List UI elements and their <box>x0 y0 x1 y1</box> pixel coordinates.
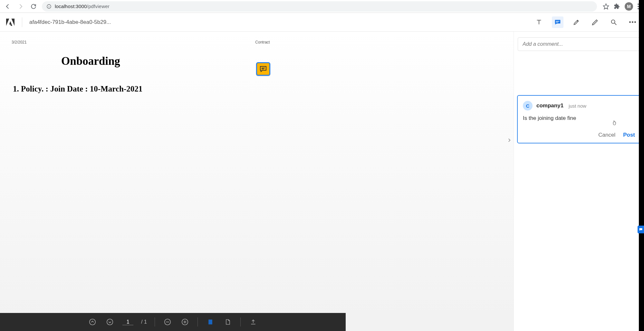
svg-rect-8 <box>556 22 558 22</box>
comment-card[interactable]: C company1 just now Is the joining date … <box>517 95 641 143</box>
text-tool-icon[interactable] <box>533 16 545 28</box>
draw-tool-icon[interactable] <box>589 16 601 28</box>
zoom-out-icon[interactable] <box>163 317 172 327</box>
svg-point-14 <box>107 319 113 325</box>
page-total-label: / 1 <box>141 319 147 325</box>
svg-point-13 <box>90 319 95 325</box>
pdf-toolbar: afa4fdec-791b-4abe-8ea0-5b29... <box>0 13 644 32</box>
document-pane: 3/2/2021 Contract Onboarding 1. Policy. … <box>0 32 514 331</box>
upload-icon[interactable] <box>248 317 258 327</box>
post-button[interactable]: Post <box>623 132 635 138</box>
search-icon[interactable] <box>608 16 620 28</box>
adobe-logo-icon <box>6 18 15 27</box>
svg-point-9 <box>611 20 615 23</box>
extensions-icon[interactable] <box>614 3 620 10</box>
site-info-icon[interactable] <box>46 4 52 9</box>
document-header-date: 3/2/2021 <box>12 40 27 44</box>
page-up-icon[interactable] <box>88 317 97 327</box>
divider <box>240 317 241 326</box>
browser-top-bar: localhost:3000/pdfviewer M <box>0 0 644 13</box>
document-header-title: Contract <box>255 40 270 44</box>
fit-page-icon[interactable] <box>223 317 233 327</box>
collapse-panel-icon[interactable] <box>507 138 512 142</box>
comment-avatar: C <box>523 101 533 111</box>
zoom-in-icon[interactable] <box>180 317 190 327</box>
svg-marker-5 <box>11 18 14 26</box>
page-down-icon[interactable] <box>105 317 115 327</box>
highlight-tool-icon[interactable] <box>571 16 582 28</box>
comment-author: company1 <box>536 102 563 109</box>
comment-body: Is the joining date fine <box>523 114 635 122</box>
pager-bar: / 1 <box>0 313 346 331</box>
page-number-input[interactable] <box>122 319 133 325</box>
svg-line-10 <box>615 23 617 25</box>
svg-marker-3 <box>603 4 609 9</box>
cursor-icon <box>612 120 618 126</box>
document-body-line: 1. Policy. : Join Date : 10-March-2021 <box>13 84 142 93</box>
forward-button[interactable] <box>16 2 25 11</box>
cancel-button[interactable]: Cancel <box>598 132 615 138</box>
divider <box>22 17 22 27</box>
svg-marker-6 <box>9 21 13 26</box>
address-bar[interactable]: localhost:3000/pdfviewer <box>42 1 597 12</box>
comment-timestamp: just now <box>569 103 586 109</box>
divider <box>155 317 155 326</box>
notification-badge-icon[interactable] <box>638 226 644 233</box>
document-header: 3/2/2021 Contract <box>12 40 514 44</box>
url-text: localhost:3000/pdfviewer <box>55 4 110 9</box>
bookmark-star-icon[interactable] <box>603 3 609 10</box>
reload-button[interactable] <box>29 2 38 11</box>
sticky-note-annotation[interactable] <box>256 62 270 76</box>
document-title: Onboarding <box>61 55 120 68</box>
svg-rect-7 <box>556 21 560 21</box>
divider <box>197 317 198 326</box>
main-area: 3/2/2021 Contract Onboarding 1. Policy. … <box>0 32 644 331</box>
profile-avatar[interactable]: M <box>625 2 633 11</box>
svg-marker-4 <box>6 18 9 26</box>
add-comment-input[interactable] <box>518 37 640 51</box>
more-menu-icon[interactable] <box>627 16 638 28</box>
file-name-label: afa4fdec-791b-4abe-8ea0-5b29... <box>29 19 111 25</box>
fit-width-icon[interactable] <box>206 317 215 327</box>
window-edge <box>639 0 644 331</box>
back-button[interactable] <box>3 2 12 11</box>
comments-panel: C company1 just now Is the joining date … <box>514 32 644 331</box>
comment-tool-icon[interactable] <box>552 16 563 28</box>
